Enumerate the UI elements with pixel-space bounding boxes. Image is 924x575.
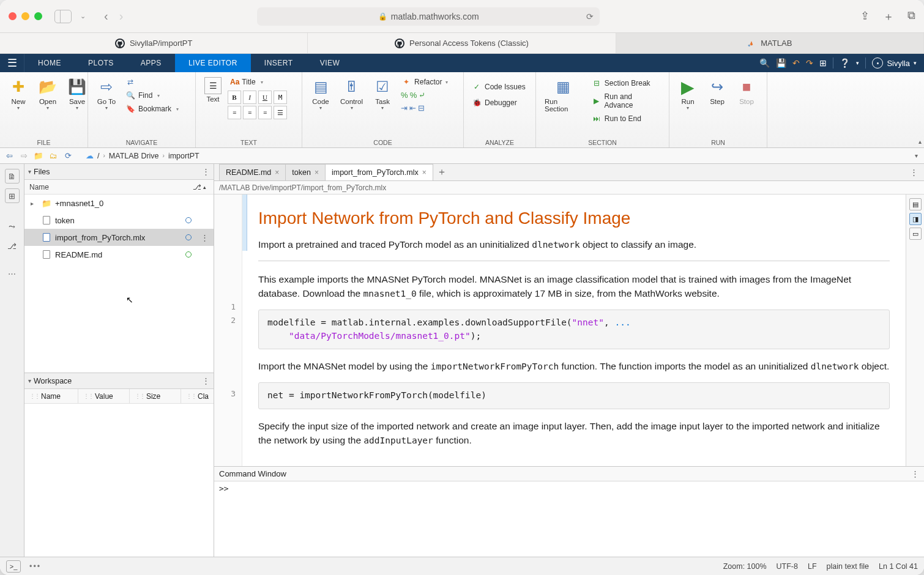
ws-col-name[interactable]: ⋮⋮Name	[24, 389, 78, 403]
browser-tab-0[interactable]: SivyllaP/importPT	[0, 33, 308, 53]
chevron-down-icon[interactable]: ⌄	[80, 12, 86, 20]
editor-content[interactable]: Import Network from PyTorch and Classify…	[242, 195, 906, 466]
editor-tab-readme[interactable]: README.md ×	[219, 164, 286, 180]
code-block[interactable]: net = importNetworkFromPyTorch(modelfile…	[258, 382, 890, 409]
reload-icon[interactable]: ⟳	[586, 12, 594, 21]
rail-branch-icon[interactable]: ⎇	[5, 239, 20, 253]
expand-icon[interactable]: ▸	[31, 200, 38, 207]
tab-home[interactable]: HOME	[24, 54, 75, 72]
bold-button[interactable]: B	[228, 91, 241, 104]
ws-col-size[interactable]: ⋮⋮Size	[130, 389, 181, 403]
file-row-readme[interactable]: README.md	[24, 246, 214, 263]
stop-button[interactable]: ■Stop	[733, 76, 760, 106]
layout-icon[interactable]: ⊞	[819, 58, 827, 68]
status-more-icon[interactable]: •••	[29, 562, 41, 571]
rail-workspace-icon[interactable]: ⊞	[5, 188, 20, 203]
run-to-end-button[interactable]: ⏭Run to End	[589, 113, 664, 125]
path-back-icon[interactable]: ⇦	[4, 150, 15, 161]
new-editor-tab[interactable]: ＋	[433, 164, 450, 180]
smart-indent-icon[interactable]: ⊟	[418, 103, 425, 113]
share-icon[interactable]: ⇪	[860, 9, 870, 24]
search-icon[interactable]: 🔍	[759, 58, 770, 68]
section-break-button[interactable]: ⊟Section Break	[589, 77, 664, 89]
rail-more-icon[interactable]: ⋯	[8, 269, 16, 278]
align-left-button[interactable]: ≡	[228, 106, 241, 119]
maximize-window[interactable]	[34, 12, 42, 20]
monospace-button[interactable]: M	[274, 91, 287, 104]
files-col-name[interactable]: Name	[29, 183, 49, 191]
uncomment-icon[interactable]: %	[410, 91, 417, 100]
browser-tab-2[interactable]: MATLAB	[616, 33, 924, 53]
git-col-icon[interactable]: ⎇▴	[193, 183, 214, 191]
align-right-button[interactable]: ≡	[258, 106, 272, 119]
back-button[interactable]: ‹	[104, 9, 108, 23]
outdent-icon[interactable]: ⇤	[409, 103, 416, 113]
command-window-menu[interactable]: ⋮	[911, 469, 919, 478]
output-inline-icon[interactable]: ▤	[909, 198, 922, 210]
save-button[interactable]: 💾Save▾	[64, 76, 91, 112]
file-row-menu[interactable]: ⋮	[201, 233, 209, 242]
close-window[interactable]	[9, 12, 17, 20]
path-dropdown[interactable]: ▾	[915, 152, 920, 159]
refactor-button[interactable]: ✦Refactor ▾	[398, 76, 450, 88]
new-tab-icon[interactable]: ＋	[883, 9, 894, 24]
rail-files-icon[interactable]: 🗎	[5, 169, 20, 184]
output-hide-icon[interactable]: ▭	[909, 228, 922, 240]
breadcrumb-root[interactable]: MATLAB Drive	[109, 152, 159, 160]
file-row-import[interactable]: import_from_PyTorch.mlx ⋮ ↖	[24, 229, 214, 246]
underline-button[interactable]: U	[258, 91, 272, 104]
help-dropdown[interactable]: ▾	[856, 60, 859, 66]
tab-insert[interactable]: INSERT	[251, 54, 307, 72]
tabs-overview-icon[interactable]: ⧉	[907, 9, 915, 24]
collapse-icon[interactable]: ▾	[28, 377, 31, 384]
goto-button[interactable]: ⇨Go To▾	[93, 76, 120, 112]
comment-icon[interactable]: %	[401, 91, 408, 100]
run-section-button[interactable]: ▦Run Section	[541, 76, 586, 114]
open-button[interactable]: 📂Open▾	[34, 76, 61, 112]
files-panel-menu[interactable]: ⋮	[202, 167, 210, 176]
undo-icon[interactable]: ↶	[792, 58, 800, 68]
address-bar[interactable]: 🔒 matlab.mathworks.com ⟳	[257, 7, 600, 26]
close-tab-icon[interactable]: ×	[422, 168, 427, 177]
browser-tab-1[interactable]: Personal Access Tokens (Classic)	[308, 33, 616, 53]
breadcrumb-folder[interactable]: importPT	[168, 152, 199, 160]
redo-icon[interactable]: ↷	[806, 58, 813, 68]
find-button[interactable]: 🔍Find ▾	[122, 89, 181, 102]
indent-icon[interactable]: ⇥	[401, 103, 408, 113]
text-button[interactable]: ☰Text	[201, 76, 225, 104]
status-zoom[interactable]: Zoom: 100%	[723, 562, 767, 571]
ribbon-collapse-icon[interactable]: ▴	[918, 138, 922, 145]
user-menu[interactable]: • Sivylla ▾	[872, 58, 917, 69]
italic-button[interactable]: I	[243, 91, 256, 104]
ws-col-value[interactable]: ⋮⋮Value	[78, 389, 130, 403]
hamburger-menu[interactable]: ☰	[0, 54, 24, 72]
editor-tab-import[interactable]: import_from_PyTorch.mlx ×	[326, 164, 433, 180]
minimize-window[interactable]	[21, 12, 29, 20]
output-right-icon[interactable]: ◨	[909, 213, 922, 225]
run-button[interactable]: ▶Run▾	[674, 76, 701, 112]
editor-tabs-menu[interactable]: ⋮	[904, 164, 924, 180]
new-button[interactable]: ✚New▾	[5, 76, 32, 112]
collapse-icon[interactable]: ▾	[28, 168, 31, 175]
rail-git-icon[interactable]: ⤳	[5, 219, 20, 234]
code-block[interactable]: modelfile = matlab.internal.examples.dow…	[258, 310, 890, 350]
wrap-icon[interactable]: ⤶	[419, 91, 425, 100]
save-icon[interactable]: 💾	[776, 58, 786, 68]
control-button[interactable]: 🎚Control▾	[337, 76, 367, 112]
file-row-token[interactable]: token	[24, 212, 214, 229]
bookmark-button[interactable]: 🔖Bookmark ▾	[122, 103, 181, 115]
ws-col-class[interactable]: ⋮⋮Cla	[181, 389, 214, 403]
run-advance-button[interactable]: ▶Run and Advance	[589, 91, 664, 111]
code-issues-button[interactable]: ✓Code Issues	[469, 81, 528, 93]
align-center-button[interactable]: ≡	[243, 106, 256, 119]
tab-view[interactable]: VIEW	[307, 54, 354, 72]
path-refresh-icon[interactable]: ⟳	[62, 150, 73, 161]
close-tab-icon[interactable]: ×	[315, 168, 319, 177]
tab-plots[interactable]: PLOTS	[75, 54, 127, 72]
path-forward-icon[interactable]: ⇨	[18, 150, 29, 161]
status-eol[interactable]: LF	[808, 562, 817, 571]
path-browse-icon[interactable]: 🗂	[48, 150, 59, 161]
code-button[interactable]: ▤Code▾	[307, 76, 334, 112]
workspace-panel-menu[interactable]: ⋮	[202, 376, 210, 385]
help-icon[interactable]: ❔	[840, 58, 850, 68]
